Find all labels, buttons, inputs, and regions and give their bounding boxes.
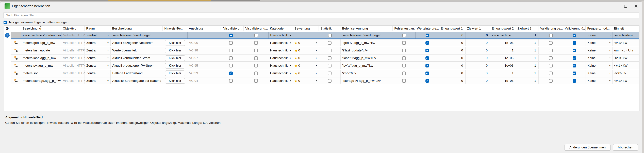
cell-raum[interactable]: Zentral▼ [85,70,110,77]
vis2-checkbox[interactable] [254,79,258,83]
column-header-anschluss[interactable]: Anschluss [187,26,218,31]
column-header-befehl[interactable]: Befehlserkennung [340,26,393,31]
cell-raum[interactable]: Zentral▼ [85,77,110,84]
cell-bewertung[interactable]: ★0▼ [293,40,319,46]
cell-ew2[interactable]: 1e+06 [490,62,516,69]
column-header-raum[interactable]: Raum [84,26,110,31]
column-header-bezeichnung[interactable]: Bezeichnung [21,26,61,31]
cell-raum[interactable]: Zentral▼ [85,47,110,54]
in_vis-checkbox[interactable] [229,79,233,83]
in_vis-checkbox[interactable] [229,64,233,67]
cell-bezeichnung[interactable]: meters.grid.agg_p_mw [21,40,61,46]
val_ve-checkbox[interactable] [549,41,552,45]
statistik-checkbox[interactable] [328,72,332,75]
hinweis-text-button[interactable]: Klick hier [165,40,185,46]
fehler-checkbox[interactable] [402,79,406,83]
column-header-val_ve[interactable]: Validierung ve... [538,26,563,31]
column-header-zw2[interactable]: Zielwert 2 [516,26,538,31]
cell-ew1[interactable]: 0 [439,77,466,84]
column-header-tool[interactable]: ⚙ [4,26,11,31]
cell-ew2[interactable]: 1e+06 [490,55,516,61]
column-header-kategorie[interactable]: Kategorie [268,26,293,31]
cell-einheit[interactable]: <v.1> kW [612,62,640,69]
fehler-checkbox[interactable] [402,49,406,52]
cell-zw1[interactable]: 0 [466,55,490,61]
vis2-checkbox[interactable] [254,64,258,67]
cell-raum[interactable]: Zentral▼ [85,32,111,39]
cell-ew1[interactable]: 0 [439,70,466,77]
vis2-checkbox[interactable] [254,34,258,37]
werte-checkbox[interactable] [426,64,429,67]
werte-checkbox[interactable] [426,72,429,75]
statistik-checkbox[interactable] [328,41,332,45]
cell-raum[interactable]: Zentral▼ [85,40,110,46]
statistik-checkbox[interactable] [328,79,332,83]
column-header-vis2[interactable]: Visualisierung... [244,26,268,31]
cell-ew2[interactable]: verschiedene ... [490,32,516,39]
cell-zw2[interactable]: 1 [516,47,538,54]
cell-einheit[interactable]: verschiedene ... [613,32,640,39]
common-properties-toggle[interactable]: Nur gemeinsame Eigenschaften anzeigen [4,20,68,25]
vis2-checkbox[interactable] [254,41,258,45]
val_ve-checkbox[interactable] [549,72,552,75]
val_ve-checkbox[interactable] [549,79,552,83]
column-header-werte[interactable]: Werteinterpre... [415,26,439,31]
column-header-beschreibung[interactable]: Beschreibung [110,26,163,31]
cell-bewertung[interactable]: ★0▼ [293,47,319,54]
cell-zw1[interactable]: 0 [466,47,490,54]
cell-ew1[interactable]: 0 [439,40,466,46]
cell-zw2[interactable]: 1 [516,62,538,69]
cell-freq[interactable]: Keine▼ [586,55,612,61]
cell-beschreibung[interactable]: verschiedene Zuordnungen [111,32,163,39]
cell-raum[interactable]: Zentral▼ [85,62,110,69]
val_ve-checkbox[interactable] [549,34,553,37]
cell-beschreibung[interactable]: Aktuell bezogener Netzstrom [110,40,163,46]
cell-bezeichnung[interactable]: meters.load.agg_p_mw [21,55,61,61]
common-properties-checkbox[interactable] [4,21,7,24]
table-row[interactable]: meters.last_updateVirtueller HTTP ...Zen… [4,47,639,54]
cell-zw2[interactable]: 1 [516,32,539,39]
cell-ew2[interactable]: 1 [490,47,516,54]
statistik-checkbox[interactable] [328,49,332,52]
cell-freq[interactable]: Keine▼ [586,70,612,77]
cell-freq[interactable]: Keine▼ [586,32,613,39]
cell-bezeichnung[interactable]: meters.storage.agg_p_mw [21,77,61,84]
cell-ew2[interactable]: 1e+06 [490,40,516,46]
vis2-checkbox[interactable] [254,49,258,52]
cell-freq[interactable]: Keine▼ [586,62,612,69]
fehler-checkbox[interactable] [402,72,406,75]
vis2-checkbox[interactable] [254,56,258,60]
cancel-button[interactable]: Abbrechen [613,144,638,151]
cell-zw1[interactable]: 0 [466,62,490,69]
cell-ew2[interactable]: 1 [490,70,516,77]
cell-einheit[interactable]: <v.0> % [612,70,640,77]
cell-beschreibung[interactable]: Batterie Ladezustand [110,70,163,77]
cell-bewertung[interactable]: ★0▼ [293,55,319,61]
cell-befehl[interactable]: "storage":\i"agg_p_mw"\i:\v [340,77,393,84]
cell-einheit[interactable]: <v.1> kW [612,77,640,84]
cell-freq[interactable]: Keine▼ [586,77,612,84]
cell-einheit[interactable]: um <v.u> Uhr [612,47,640,54]
table-row[interactable]: meters.socVirtueller HTTP ...Zentral▼Bat… [4,70,639,77]
vis2-checkbox[interactable] [254,72,258,75]
cell-beschreibung[interactable]: Aktuell produzierter PV-Strom [110,62,163,69]
cell-beschreibung[interactable]: Aktuell verbrauchter Strom [110,55,163,61]
table-row[interactable]: ?verschiedene ZuordnungenVirtueller HTTP… [4,32,639,39]
cell-ew1[interactable]: 0 [439,62,466,69]
column-header-statistik[interactable]: Statistik [319,26,340,31]
cell-bezeichnung[interactable]: meters.last_update [21,47,61,54]
statistik-checkbox[interactable] [328,56,332,60]
minimize-button[interactable] [610,2,620,10]
cell-bezeichnung[interactable]: meters.soc [21,70,61,77]
val_ue-checkbox[interactable] [572,49,576,52]
cell-kategorie[interactable]: Haustechnik▼ [268,70,293,77]
cell-beschreibung[interactable]: Werte übermittelt [110,47,163,54]
in_vis-checkbox[interactable] [229,56,233,60]
werte-checkbox[interactable] [426,49,429,52]
cell-freq[interactable]: Keine▼ [586,40,612,46]
fehler-checkbox[interactable] [402,56,406,60]
cell-zw1[interactable]: 0 [466,77,490,84]
cell-bewertung[interactable]: ★0▼ [293,62,319,69]
hinweis-text-button[interactable]: Klick hier [165,48,185,53]
cell-befehl[interactable]: \i"last_update"\i:\v [340,47,393,54]
